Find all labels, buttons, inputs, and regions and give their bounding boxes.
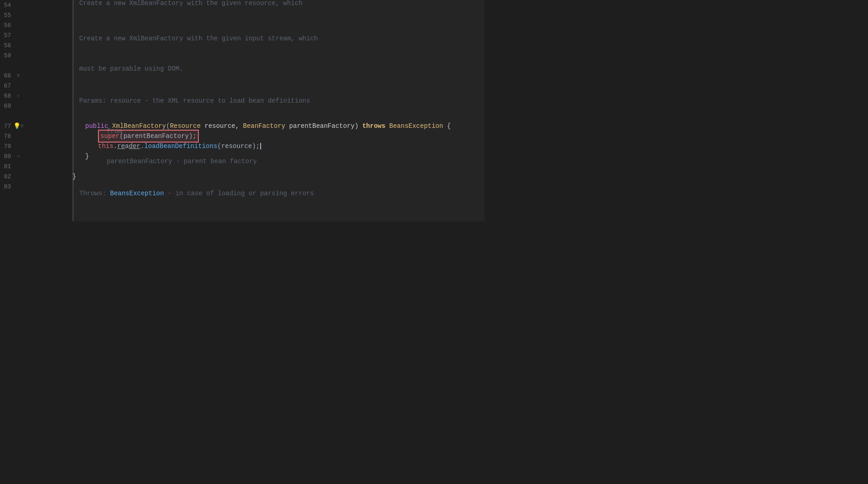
line-number-59: 59 — [0, 52, 14, 59]
line-number-80: 80 — [0, 153, 14, 160]
line-number-66: 66 — [0, 72, 14, 79]
line-number-67: 67 — [0, 82, 14, 89]
line-number-57: 57 — [0, 32, 14, 39]
code-content: 54 /serial, all/ 55 public class XmlBean… — [0, 0, 868, 484]
line-body-82: } — [32, 161, 868, 192]
line-number-56: 56 — [0, 22, 14, 29]
gutter-fold-68[interactable]: ○ — [14, 94, 23, 99]
line-number-55: 55 — [0, 12, 14, 19]
line-number-83: 83 — [0, 183, 14, 190]
line-80: 80 ○ } — [0, 151, 868, 161]
line-number-69: 69 — [0, 103, 14, 110]
line-number-78: 78 — [0, 133, 14, 140]
gutter-fold-77[interactable]: 💡 ▽ — [14, 122, 23, 130]
line-number-79: 79 — [0, 143, 14, 150]
line-number-68: 68 — [0, 93, 14, 99]
line-number-58: 58 — [0, 42, 14, 49]
line-number-82: 82 — [0, 173, 14, 180]
code-editor: 54 /serial, all/ 55 public class XmlBean… — [0, 0, 868, 484]
gutter-fold-80[interactable]: ○ — [14, 154, 23, 159]
gutter-fold-66[interactable]: ▽ — [14, 73, 23, 78]
line-number-81: 81 — [0, 163, 14, 170]
line-82: 82 } — [0, 171, 868, 182]
line-number-54: 54 — [0, 2, 14, 9]
line-number-77: 77 — [0, 123, 14, 130]
